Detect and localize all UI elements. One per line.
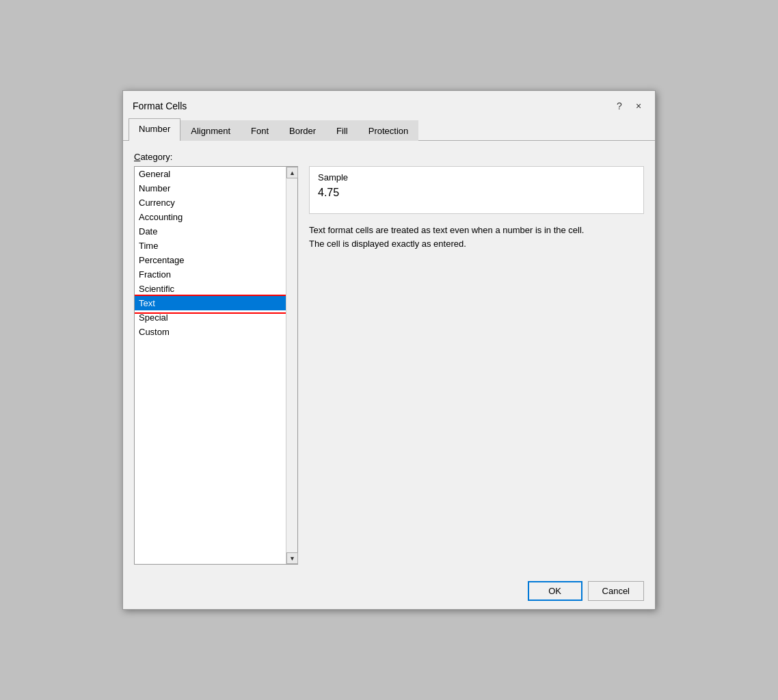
dialog-footer: OK Cancel [123,573,655,609]
tab-border[interactable]: Border [279,120,326,141]
category-list-container: General Number Currency Accounting Date … [134,166,298,565]
list-item[interactable]: Fraction [135,267,286,282]
scroll-up-button[interactable]: ▲ [286,167,298,178]
list-item[interactable]: Time [135,239,286,253]
tab-number[interactable]: Number [129,118,180,141]
dialog-body: Category: General Number Currency Accoun… [123,141,655,573]
title-bar-buttons: ? × [611,98,647,114]
list-item[interactable]: Percentage [135,253,286,267]
list-item[interactable]: Accounting [135,210,286,224]
sample-box: Sample 4.75 [309,166,644,214]
scroll-track [286,178,297,552]
format-cells-dialog: Format Cells ? × Number Alignment Font B… [122,90,656,610]
sample-value: 4.75 [318,187,635,199]
category-label: Category: [134,152,644,162]
list-item[interactable]: General [135,167,286,181]
ok-button[interactable]: OK [528,581,582,601]
title-bar: Format Cells ? × [123,91,655,118]
sample-label: Sample [318,172,635,183]
help-button[interactable]: ? [611,98,628,114]
list-item[interactable]: Date [135,224,286,239]
category-list: General Number Currency Accounting Date … [135,167,286,564]
list-item[interactable]: Number [135,181,286,196]
cancel-button[interactable]: Cancel [588,581,644,601]
list-item[interactable]: Currency [135,196,286,210]
list-item[interactable]: Scientific [135,282,286,296]
tab-fill[interactable]: Fill [326,120,358,141]
scroll-down-button[interactable]: ▼ [286,552,298,564]
right-panel: Sample 4.75 Text format cells are treate… [309,166,644,565]
list-item[interactable]: Special [135,310,286,325]
scrollbar: ▲ ▼ [286,167,297,564]
list-item-text-selected[interactable]: Text [135,296,286,310]
tab-font[interactable]: Font [241,120,279,141]
tabs-row: Number Alignment Font Border Fill Protec… [123,118,655,141]
content-area: General Number Currency Accounting Date … [134,166,644,565]
list-item[interactable]: Custom [135,325,286,339]
dialog-title: Format Cells [133,100,187,111]
tab-protection[interactable]: Protection [358,120,419,141]
tab-alignment[interactable]: Alignment [180,120,241,141]
description-text: Text format cells are treated as text ev… [309,224,644,250]
close-button[interactable]: × [630,98,647,114]
